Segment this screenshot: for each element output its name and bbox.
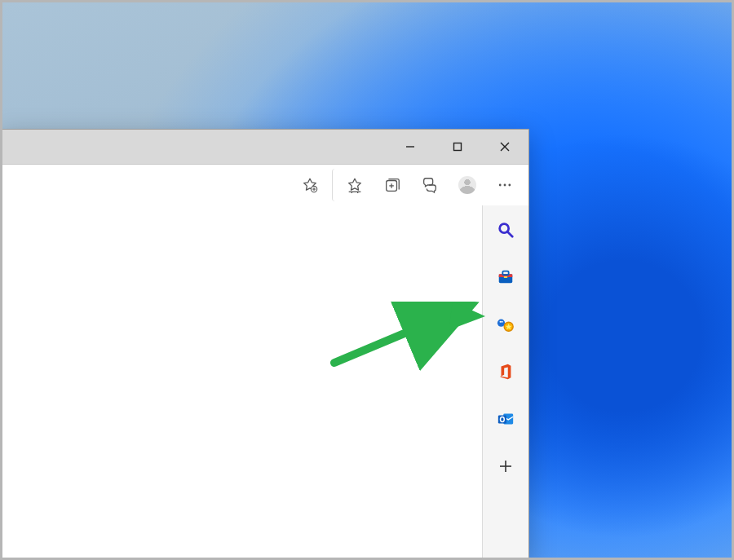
maximize-button[interactable] — [434, 130, 481, 164]
profile-avatar-icon — [458, 176, 476, 194]
sidebar-shopping-button[interactable] — [493, 264, 519, 290]
svg-line-17 — [508, 232, 513, 237]
games-icon — [496, 315, 515, 333]
collections-button[interactable] — [374, 169, 411, 201]
shopping-icon — [497, 268, 515, 286]
favorites-button[interactable] — [336, 169, 374, 201]
star-plus-icon — [301, 176, 319, 194]
edge-sidebar — [482, 205, 528, 560]
svg-point-13 — [499, 184, 502, 187]
content-wrapper — [0, 205, 528, 560]
ellipsis-icon — [497, 177, 513, 193]
minimize-button[interactable] — [387, 130, 434, 164]
chat-icon — [421, 176, 439, 194]
svg-point-14 — [504, 184, 506, 187]
page-content — [0, 205, 482, 560]
sidebar-search-button[interactable] — [493, 217, 519, 243]
favorites-icon — [346, 176, 364, 194]
svg-point-24 — [502, 321, 503, 323]
sidebar-add-button[interactable] — [493, 453, 519, 479]
svg-rect-20 — [502, 271, 508, 276]
bing-chat-button[interactable] — [411, 169, 449, 201]
search-icon — [497, 221, 515, 239]
close-icon — [499, 141, 511, 152]
sidebar-outlook-button[interactable] — [493, 406, 519, 432]
close-button[interactable] — [481, 130, 528, 164]
profile-button[interactable] — [449, 169, 486, 201]
outlook-icon — [497, 410, 515, 428]
svg-rect-1 — [454, 143, 462, 151]
toolbar-separator — [332, 169, 374, 201]
maximize-icon — [452, 141, 463, 152]
svg-point-23 — [500, 321, 502, 323]
browser-toolbar — [0, 165, 528, 206]
add-favorite-button[interactable] — [291, 169, 329, 201]
title-bar — [0, 130, 528, 165]
browser-window — [0, 129, 529, 560]
svg-rect-21 — [504, 276, 508, 278]
plus-icon — [498, 459, 513, 474]
office-icon — [497, 363, 514, 381]
collections-icon — [383, 176, 401, 194]
svg-point-15 — [508, 184, 511, 187]
sidebar-office-button[interactable] — [493, 359, 519, 385]
sidebar-games-button[interactable] — [493, 311, 519, 337]
menu-button[interactable] — [486, 169, 524, 201]
minimize-icon — [405, 141, 416, 152]
